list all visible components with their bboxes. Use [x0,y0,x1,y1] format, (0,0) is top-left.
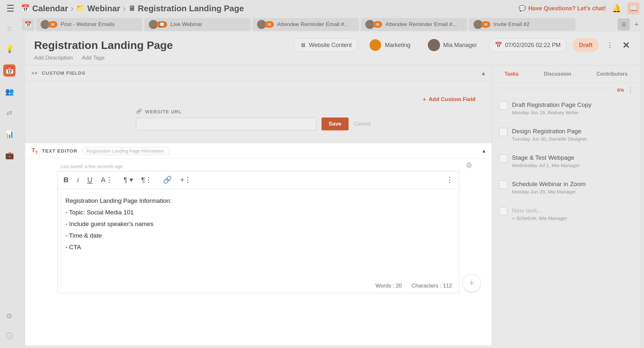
right-tab-contributors[interactable]: Contributors [596,71,628,77]
schedule-chip[interactable]: 📅 07/02/2026 02:22 PM [489,38,567,52]
add-attachment-fab[interactable]: + [463,274,481,292]
task-name: Draft Registration Page Copy [512,101,591,108]
editor-line[interactable]: - Topic: Social Media 101 [65,207,451,218]
task-row[interactable]: Stage & Test WebpageWednesday Jul 1, Mia… [497,151,635,174]
calendar-button[interactable]: 📅 [22,18,34,31]
link-icon[interactable]: 🔗 [163,176,172,184]
nav-home-icon[interactable]: ⌂ [3,22,15,34]
editor-line[interactable]: - CTA [65,241,451,253]
nav-settings-icon[interactable]: ⚙ [3,310,15,322]
close-icon[interactable]: ✕ [621,40,631,50]
mail-badge-icon: ✉ [481,21,490,28]
assignee-chip[interactable]: Mia Manager [422,38,483,52]
nav-help-icon[interactable]: ⓘ [3,330,15,342]
editor-content[interactable]: Registration Landing Page Information:- … [58,189,459,259]
task-checkbox[interactable] [499,128,507,136]
nav-assets-icon[interactable]: 💼 [3,149,15,162]
breadcrumb-folder[interactable]: Webinar [87,4,120,14]
tasks-kebab-icon[interactable]: ⋮ [627,86,634,94]
paragraph-more-icon[interactable]: ¶⋮ [141,176,152,184]
tab-item[interactable]: ✉ Attendee Reminder Email #... [361,18,467,31]
editor-title-pill[interactable]: Registration Landing Page Information: [82,147,170,155]
task-meta: Monday Jun 29, Mia Manager [512,189,586,194]
task-checkbox[interactable] [499,207,507,215]
nav-team-icon[interactable]: 👥 [3,86,15,98]
tab-item[interactable]: ✉ Invite Email #2 [469,18,575,31]
help-chat-link[interactable]: 💬 Have Questions? Let's chat! [519,5,606,12]
new-task-meta: + Schedule, Mia Manager [512,215,567,221]
tabs-overflow-button[interactable]: ☰ [618,18,630,31]
mail-badge-icon: ✉ [265,21,274,28]
insert-more-icon[interactable]: +⋮ [180,176,191,184]
website-url-input[interactable] [136,118,316,130]
chevron-right-icon: › [123,4,126,14]
tab-item[interactable]: ✉ Post - Webinar Emails [36,18,142,31]
calendar-group-chip[interactable]: Marketing [364,38,416,52]
kebab-menu-icon[interactable]: ⋮ [605,40,615,50]
nav-analytics-icon[interactable]: 📊 [3,128,15,140]
right-tab-discussion[interactable]: Discussion [544,71,571,77]
status-label: Draft [579,42,592,49]
guide-book-icon[interactable]: 📖 [627,2,639,14]
editor-line[interactable]: Registration Landing Page Information: [65,195,451,207]
paragraph-format-icon[interactable]: ¶ ▾ [124,176,133,184]
last-saved-label: Last saved: a few seconds ago [61,164,459,169]
nav-calendar-icon[interactable]: 📅 [3,64,15,77]
notifications-icon[interactable]: 🔔 [612,4,621,13]
task-meta: Tuesday Jun 30, Danielle Designer [512,136,587,142]
nav-shuffle-icon[interactable]: ⇄ [3,107,15,119]
color-dot-icon [370,39,381,51]
task-progress-bar [498,89,614,91]
tab-label: Attendee Reminder Email #... [385,21,457,28]
help-chat-label: Have Questions? Let's chat! [528,5,606,12]
task-name: Design Registration Page [512,128,587,135]
chevron-right-icon: › [71,4,73,14]
new-task-placeholder[interactable]: New task... [512,207,567,214]
editor-settings-icon[interactable]: ⚙ [466,161,472,170]
editor-line[interactable]: - Include guest speaker's names [65,218,451,230]
task-checkbox[interactable] [499,101,507,110]
tab-item[interactable]: ✉ Attendee Reminder Email #... [253,18,359,31]
new-task-row[interactable]: New task...+ Schedule, Mia Manager [497,204,635,226]
task-checkbox[interactable] [499,181,507,189]
task-row[interactable]: Design Registration PageTuesday Jun 30, … [497,125,635,147]
cancel-button[interactable]: Cancel [354,121,371,127]
add-tab-button[interactable]: + [632,20,641,29]
tab-item[interactable]: 💬 Live Webinar [144,18,251,31]
list-add-icon: ≡+ [32,70,38,76]
task-name: Schedule Webinar in Zoom [512,181,586,188]
word-count: Words : 20 [375,283,402,289]
add-tags-link[interactable]: Add Tags [82,55,105,61]
content-type-chip[interactable]: 🖥 Website Content [294,38,358,52]
save-button[interactable]: Save [322,118,349,130]
italic-icon[interactable]: i [77,176,79,184]
link-icon: 🔗 [136,108,142,114]
task-meta: Monday Jun 29, Rodney Writer [512,110,591,115]
task-meta: Wednesday Jul 1, Mia Manager [512,163,580,168]
hamburger-menu[interactable]: ☰ [5,2,16,15]
breadcrumb-root[interactable]: Calendar [32,4,68,14]
assignee-name: Mia Manager [443,42,477,49]
bold-icon[interactable]: B [63,176,69,184]
nav-ideas-icon[interactable]: 💡 [3,43,15,55]
add-custom-field-link[interactable]: Add Custom Field [423,96,476,103]
editor-line[interactable]: - Time & date [65,230,451,241]
task-row[interactable]: Schedule Webinar in ZoomMonday Jun 29, M… [497,177,635,200]
add-description-link[interactable]: Add Description [34,55,73,61]
text-editor-header[interactable]: TT TEXT EDITOR Registration Landing Page… [25,143,492,159]
text-style-icon[interactable]: A⋮ [101,176,113,184]
calendar-icon: 📅 [495,42,502,49]
tab-label: Attendee Reminder Email #... [277,21,349,28]
task-row[interactable]: Draft Registration Page CopyMonday Jun 2… [497,98,635,121]
task-checkbox[interactable] [499,154,507,163]
calendar-icon: 📅 [21,4,30,13]
status-chip[interactable]: Draft [572,38,599,52]
custom-fields-heading: CUSTOM FIELDS [42,70,85,76]
page-title[interactable]: Registration Landing Page [34,39,173,52]
custom-fields-header[interactable]: ≡+ CUSTOM FIELDS ▴ [25,65,492,81]
mail-badge-icon: ✉ [373,21,382,28]
underline-icon[interactable]: U [87,176,92,184]
right-tab-tasks[interactable]: Tasks [505,71,519,77]
toolbar-kebab-icon[interactable]: ⋮ [446,176,453,184]
breadcrumb-page[interactable]: Registration Landing Page [138,4,244,14]
